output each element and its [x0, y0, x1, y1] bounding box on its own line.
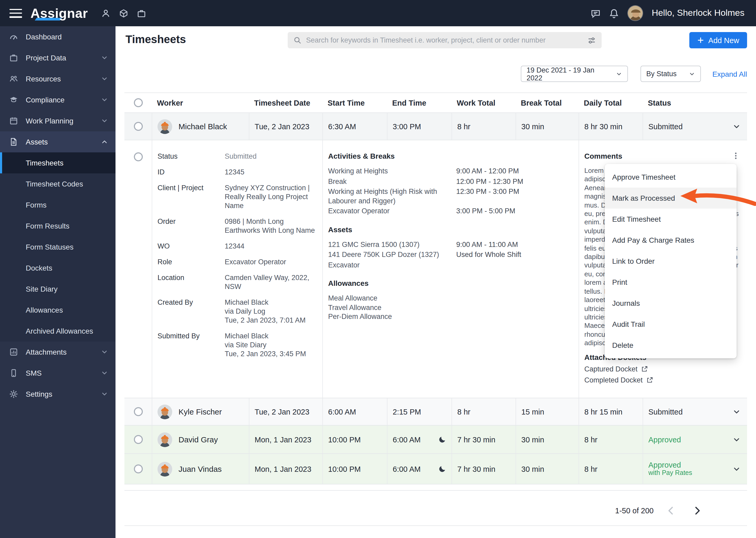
- end-time: 6:00 AM: [393, 465, 420, 473]
- people-icon: [10, 75, 18, 83]
- app-logo[interactable]: Assignar: [30, 6, 88, 21]
- topbar-quick-links: [102, 9, 146, 18]
- menu-item-audit-trail[interactable]: Audit Trail: [605, 314, 736, 335]
- menu-item-print[interactable]: Print: [605, 272, 736, 293]
- chevron-up-icon: [101, 138, 108, 145]
- detail-label: Submitted By: [158, 332, 225, 358]
- column-header-status: Status: [642, 98, 747, 107]
- sidebar-item-label: Attachments: [26, 348, 101, 356]
- moon-icon: [438, 465, 446, 473]
- sidebar-item-forms[interactable]: Forms: [0, 194, 116, 215]
- asset-time: Used for Whole Shift: [456, 250, 521, 259]
- sidebar-item-form-statuses[interactable]: Form Statuses: [0, 237, 116, 257]
- sidebar-item-attachments[interactable]: Attachments: [0, 342, 116, 362]
- chevron-down-icon: [689, 71, 695, 77]
- sidebar-item-sms[interactable]: SMS: [0, 362, 116, 384]
- dashboard-icon: [10, 32, 18, 41]
- completed-docket-link[interactable]: Completed Docket: [584, 374, 740, 385]
- select-all-checkbox[interactable]: [134, 98, 143, 107]
- sidebar-item-dashboard[interactable]: Dashboard: [0, 26, 116, 47]
- next-page-button[interactable]: [688, 502, 706, 519]
- chevron-down-icon[interactable]: [732, 465, 741, 473]
- start-time: 10:00 PM: [322, 426, 387, 454]
- table-row[interactable]: Juan Vindas Mon, 1 Jan 2023 10:00 PM 6:0…: [124, 454, 747, 484]
- add-new-button[interactable]: Add New: [689, 32, 747, 48]
- sidebar-item-project-data[interactable]: Project Data: [0, 47, 116, 68]
- sidebar-item-settings[interactable]: Settings: [0, 384, 116, 404]
- worker-name: David Gray: [178, 435, 218, 444]
- status-badge: Approved: [648, 435, 681, 444]
- status-sub-label: with Pay Rates: [648, 469, 692, 477]
- person-icon[interactable]: [102, 9, 111, 18]
- sidebar-item-archived-allowances[interactable]: Archived Allowances: [0, 320, 116, 342]
- bell-icon[interactable]: [609, 8, 619, 18]
- filter-sliders-icon[interactable]: [588, 36, 596, 44]
- page-header: Timesheets Add New: [124, 32, 747, 49]
- search-input[interactable]: [306, 36, 588, 44]
- status-filter-select[interactable]: By Status: [640, 66, 701, 82]
- sidebar-item-timesheet-codes[interactable]: Timesheet Codes: [0, 173, 116, 194]
- sidebar-item-site-diary[interactable]: Site Diary: [0, 279, 116, 299]
- user-avatar[interactable]: [628, 5, 643, 21]
- sidebar-item-label: Project Data: [26, 54, 101, 62]
- date-range-select[interactable]: 19 Dec 2021 - 19 Jan 2022: [521, 66, 628, 82]
- work-total: 7 hr 30 min: [451, 426, 516, 454]
- sidebar-item-resources[interactable]: Resources: [0, 68, 116, 89]
- sidebar-item-label: Timesheet Codes: [26, 180, 83, 188]
- status-badge: Approved: [648, 461, 692, 469]
- table-row[interactable]: David Gray Mon, 1 Jan 2023 10:00 PM 6:00…: [124, 425, 747, 454]
- column-header-start: Start Time: [322, 98, 387, 107]
- menu-item-journals[interactable]: Journals: [605, 293, 736, 314]
- captured-docket-link[interactable]: Captured Docket: [584, 363, 740, 374]
- allowances-title: Allowances: [328, 279, 571, 288]
- row-checkbox[interactable]: [134, 122, 143, 131]
- chevron-down-icon[interactable]: [732, 435, 741, 444]
- page-title: Timesheets: [125, 33, 186, 46]
- search-bar: [288, 32, 602, 48]
- chat-icon[interactable]: [591, 8, 601, 18]
- chevron-down-icon: [101, 117, 108, 125]
- sidebar-item-timesheets[interactable]: Timesheets: [0, 152, 116, 173]
- table-row[interactable]: Kyle Fischer Tue, 2 Jan 2023 6:00 AM 2:1…: [124, 398, 747, 425]
- briefcase-icon[interactable]: [137, 9, 146, 18]
- table-row[interactable]: Michael Black Tue, 2 Jan 2023 6:30 AM 3:…: [124, 112, 747, 140]
- sidebar-item-work-planning[interactable]: Work Planning: [0, 110, 116, 131]
- row-checkbox[interactable]: [134, 464, 143, 473]
- timesheet-date: Tue, 2 Jan 2023: [249, 113, 322, 140]
- gear-icon: [10, 390, 18, 398]
- detail-value: Sydney XYZ Construction | Really Really …: [225, 183, 315, 210]
- previous-page-button[interactable]: [662, 502, 680, 519]
- sidebar-item-label: Dashboard: [26, 32, 108, 41]
- activity-time: 9:00 AM - 12:00 PM: [456, 167, 519, 176]
- menu-item-mark-as-processed[interactable]: Mark as Processed: [605, 188, 736, 209]
- sidebar-item-form-results[interactable]: Form Results: [0, 215, 116, 237]
- kebab-menu-icon[interactable]: [731, 151, 741, 161]
- activity-time: 12:30 PM - 3:00 PM: [456, 187, 519, 205]
- start-time: 6:00 AM: [322, 398, 387, 425]
- calendar-icon: [10, 117, 18, 125]
- menu-item-link-to-order[interactable]: Link to Order: [605, 250, 736, 272]
- hamburger-menu-icon[interactable]: [10, 9, 22, 18]
- menu-item-delete[interactable]: Delete: [605, 335, 736, 356]
- menu-item-approve-timesheet[interactable]: Approve Timesheet: [605, 167, 736, 188]
- chevron-down-icon[interactable]: [732, 122, 741, 131]
- end-time: 6:00 AM: [393, 435, 420, 444]
- row-checkbox[interactable]: [134, 407, 143, 416]
- worker-avatar: [158, 404, 172, 419]
- asset-time: 9:00 AM - 11:00 AM: [456, 240, 518, 249]
- sidebar-item-allowances[interactable]: Allowances: [0, 299, 116, 320]
- menu-item-edit-timesheet[interactable]: Edit Timesheet: [605, 209, 736, 230]
- sidebar-item-dockets[interactable]: Dockets: [0, 257, 116, 279]
- expand-all-link[interactable]: Expand All: [712, 66, 747, 82]
- sidebar-item-assets[interactable]: Assets: [0, 131, 116, 152]
- row-checkbox[interactable]: [134, 152, 143, 161]
- break-total: 30 min: [516, 426, 579, 454]
- menu-item-add-pay-charge-rates[interactable]: Add Pay & Charge Rates: [605, 230, 736, 250]
- chevron-down-icon[interactable]: [732, 407, 741, 416]
- sidebar-item-compliance[interactable]: Compliance: [0, 89, 116, 110]
- chevron-down-icon: [101, 369, 108, 377]
- sidebar-item-label: SMS: [26, 369, 101, 377]
- cube-icon[interactable]: [119, 9, 128, 18]
- row-checkbox[interactable]: [134, 435, 143, 444]
- topbar-right: Hello, Sherlock Holmes: [591, 5, 756, 21]
